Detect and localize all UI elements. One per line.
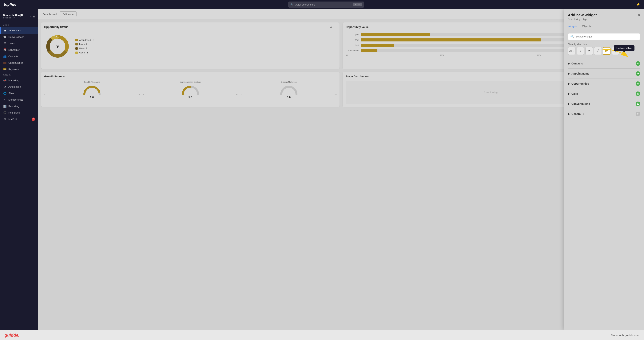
sidebar-item-opportunities[interactable]: 💼 Opportunities <box>0 59 38 66</box>
category-count: 0 <box>636 112 640 116</box>
sidebar-item-contacts[interactable]: 👥 Contacts <box>0 53 38 59</box>
widget-title: Opportunity Status <box>44 25 68 28</box>
category-label: Opportunities <box>572 82 589 85</box>
number-icon: # <box>580 49 581 52</box>
widget-growth-scorecard: Growth Scorecard ⋮ Brand & Messaging <box>41 72 340 107</box>
category-label: Calls <box>572 92 578 95</box>
footer: guidde. Made with guidde.com <box>0 330 644 340</box>
widget-search-input[interactable] <box>576 35 638 38</box>
dashboard-title: Dashboard <box>43 12 56 16</box>
tools-section-label: Tools <box>0 72 38 77</box>
memberships-icon: 🏷 <box>3 98 6 101</box>
chart-type-label: Show by chart type <box>568 43 640 46</box>
category-calls: ▶ Calls 13 <box>568 89 640 99</box>
chart-type-all[interactable]: ALL <box>568 47 576 55</box>
sidebar-item-label: Mailfold <box>8 118 17 121</box>
tab-widgets[interactable]: Widgets <box>568 23 578 30</box>
sidebar-item-reporting[interactable]: 📊 Reporting <box>0 103 38 109</box>
sidebar-item-label: Memberships <box>8 98 23 101</box>
marketing-icon: 📣 <box>3 79 6 82</box>
dashboard-icon: ⊞ <box>4 29 7 32</box>
search-icon: 🔍 <box>570 35 574 38</box>
search-bar[interactable]: 🔍 Quick search here Ctrl + K <box>288 1 364 7</box>
mailfold-badge: 15 <box>32 118 35 121</box>
sidebar-item-helpdesk[interactable]: 🎧 Help Desk <box>0 109 38 116</box>
panel-close-button[interactable]: × <box>638 13 640 17</box>
widget-actions[interactable]: ⇄ ⋮ <box>330 25 336 28</box>
sidebar-item-conversations[interactable]: 💬 Conversations <box>0 34 38 40</box>
svg-rect-10 <box>614 51 615 52</box>
account-location: Scranton, PA <box>3 16 28 19</box>
gauge-communication: Communication Strategy 010 5.0 <box>142 81 238 99</box>
category-contacts: ▶ Contacts 14 <box>568 59 640 69</box>
sidebar-item-scheduler[interactable]: 📅 Scheduler <box>0 47 38 53</box>
widget-title: Stage Distribution <box>346 75 369 78</box>
widget-opportunity-status: Opportunity Status ⇄ ⋮ <box>41 22 340 69</box>
chart-type-pie[interactable]: ◔ <box>585 47 593 55</box>
tasks-icon: ☑ <box>3 42 6 45</box>
category-count: 12 <box>636 102 640 106</box>
chart-type-line[interactable]: ╱ <box>594 47 602 55</box>
category-label: General <box>572 112 581 115</box>
sidebar-item-marketing[interactable]: 📣 Marketing <box>0 77 38 83</box>
helpdesk-icon: 🎧 <box>3 111 6 114</box>
chevron-right-icon: ▶ <box>568 92 570 95</box>
category-count: 16 <box>636 81 640 86</box>
edit-mode-button[interactable]: Edit mode <box>60 11 76 17</box>
expand-icon: ⊟ <box>33 15 35 18</box>
sidebar-item-label: Automation <box>8 85 21 88</box>
mailfold-icon: ✉ <box>3 118 6 121</box>
sidebar-item-memberships[interactable]: 🏷 Memberships <box>0 96 38 103</box>
category-general: ▶ General ℹ 0 <box>568 109 640 119</box>
sidebar-item-automation[interactable]: ⚙ Automation <box>0 83 38 90</box>
sidebar-item-tasks[interactable]: ☑ Tasks <box>0 40 38 47</box>
category-label: Contacts <box>572 62 583 65</box>
chevron-right-icon: ▶ <box>568 72 570 75</box>
filter-icon[interactable]: ⇄ <box>330 25 332 28</box>
more-icon[interactable]: ⋮ <box>334 25 336 28</box>
widget-search-bar[interactable]: 🔍 <box>568 33 640 40</box>
apps-section-label: Apps <box>0 23 38 27</box>
sidebar-item-label: Conversations <box>8 35 24 38</box>
info-icon: ℹ <box>583 113 584 115</box>
chevron-right-icon: ▶ <box>568 82 570 85</box>
category-count: 13 <box>636 91 640 96</box>
category-opportunities: ▶ Opportunities 16 <box>568 79 640 89</box>
gauge-organic: Organic Marketing 010 5.0 <box>241 81 336 99</box>
panel-body: 🔍 Show by chart type ALL # ◔ ╱ <box>564 30 644 330</box>
app-logo: topline <box>4 3 16 7</box>
chevron-down-icon: ▼ <box>29 15 31 18</box>
sidebar-item-label: Dashboard <box>9 29 21 32</box>
sidebar-item-mailfold[interactable]: ✉ Mailfold 15 <box>0 116 38 123</box>
widget-actions[interactable]: ⋮ <box>334 75 336 78</box>
account-selector[interactable]: Dunder Mifflin [D... Scranton, PA ▼ ⊟ <box>0 12 38 20</box>
sidebar-item-label: Reporting <box>8 105 19 108</box>
chart-type-table[interactable] <box>612 47 619 55</box>
sidebar-item-label: Scheduler <box>8 48 20 51</box>
widget-title: Opportunity Value <box>346 25 369 28</box>
widget-title: Growth Scorecard <box>44 75 67 78</box>
search-icon: 🔍 <box>290 3 294 6</box>
svg-rect-7 <box>605 51 606 52</box>
sites-icon: 🌐 <box>3 92 6 95</box>
legend-lost: Lost - 3 <box>79 43 87 46</box>
category-appointments: ▶ Appointments 15 <box>568 69 640 79</box>
guidde-logo: guidde. <box>4 333 20 338</box>
sidebar-item-label: Sites <box>8 92 14 95</box>
tab-objects[interactable]: Objects <box>582 23 591 30</box>
dashboard-main: Dashboard Edit mode 2024-02-25 → 2024-03… <box>38 9 644 330</box>
sidebar-item-payments[interactable]: 💳 Payments <box>0 66 38 72</box>
scheduler-icon: 📅 <box>3 48 6 51</box>
sidebar-item-sites[interactable]: 🌐 Sites <box>0 90 38 96</box>
chart-type-number[interactable]: # <box>576 47 584 55</box>
svg-rect-8 <box>614 49 615 51</box>
opportunities-icon: 💼 <box>3 61 6 64</box>
all-label: ALL <box>569 49 574 52</box>
more-icon[interactable]: ⋮ <box>334 75 336 78</box>
legend-abandoned: Abandoned - 3 <box>79 39 94 41</box>
search-placeholder-text: Quick search here <box>295 3 315 6</box>
bolt-icon[interactable]: ⚡ <box>636 2 640 7</box>
sidebar-item-dashboard[interactable]: ⊞ Dashboard <box>0 27 38 34</box>
chart-type-hbar[interactable] <box>603 47 610 55</box>
gauge-brand: Brand & Messaging 010 9.0 <box>44 81 140 99</box>
